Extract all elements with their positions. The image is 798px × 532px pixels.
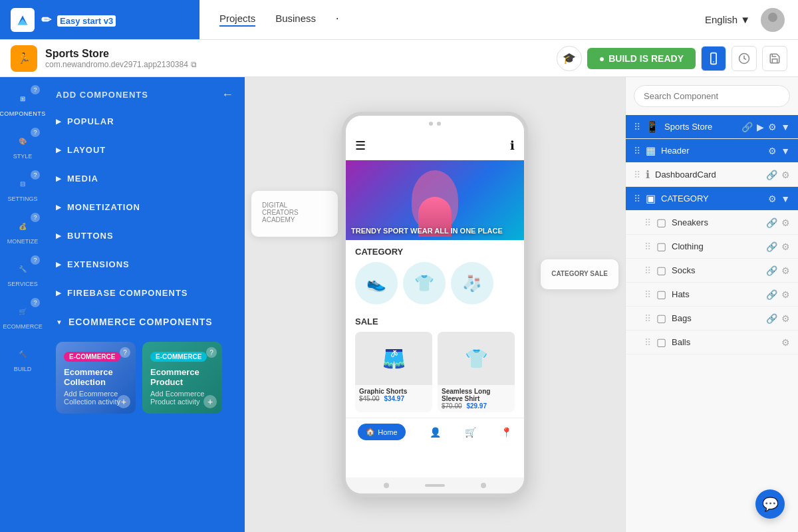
settings-icon[interactable]: ⚙ [781,337,790,348]
link-icon[interactable]: 🔗 [766,217,777,228]
tree-item-hats[interactable]: ⠿ ▢ Hats 🔗 ⚙ [626,283,798,307]
sidebar-item-services[interactable]: ? 🔧 SERVICES [0,253,45,293]
phone-back-dot [384,483,389,488]
tree-item-sneakers[interactable]: ⠿ ▢ Sneakers 🔗 ⚙ [626,211,798,235]
tree-item-category[interactable]: ⠿ ▣ CATEGORY ⚙ ▼ [626,187,798,211]
tree-item-dashboardcard[interactable]: ⠿ ℹ DashboardCard 🔗 ⚙ [626,163,798,187]
sale-item-info-0: Graphic Shorts $45.00 $34.97 [355,385,432,405]
chevron-down-icon[interactable]: ▼ [781,122,790,132]
chevron-down-icon[interactable]: ▼ [781,146,790,156]
tree-item-header[interactable]: ⠿ ▦ Header ⚙ ▼ [626,139,798,163]
settings-icon[interactable]: ⚙ [768,146,777,156]
settings-icon[interactable]: ⚙ [781,217,790,228]
sale-item-0[interactable]: 🩳 Graphic Shorts $45.00 $34.97 [355,332,432,412]
section-ecommerce-header[interactable]: ▼ ECOMMERCE COMPONENTS [45,310,245,334]
settings-icon[interactable]: ⚙ [781,289,790,300]
build-ready-button[interactable]: ● BUILD IS READY [587,48,696,69]
chat-bubble-button[interactable]: 💬 [755,489,785,519]
hamburger-icon[interactable]: ☰ [355,138,366,153]
save-button[interactable] [762,46,787,71]
home-nav-item[interactable]: 🏠 Home [358,424,405,440]
user-avatar[interactable] [761,8,785,32]
settings-icon[interactable]: ⚙ [781,265,790,276]
help-badge-settings[interactable]: ? [31,170,40,180]
arrow-icon: ▶ [56,175,62,182]
sale-item-1[interactable]: 👕 Seamless Long Sleeve Shirt $70.00 $29.… [438,332,515,412]
arrow-down-icon: ▼ [56,319,63,326]
add-icon[interactable]: + [203,395,217,408]
copy-icon[interactable]: ⧉ [191,60,197,69]
tree-item-clothing[interactable]: ⠿ ▢ Clothing 🔗 ⚙ [626,235,798,259]
link-icon[interactable]: 🔗 [766,289,777,300]
style-icon: 🎨 [12,130,33,152]
components-header: ADD COMPONENTS ← [45,77,245,107]
phone-category-section: CATEGORY 👟 👕 🧦 [346,240,524,311]
ecommerce-product-card[interactable]: E-COMMERCE ? Ecommerce Product Add Ecomm… [142,342,222,414]
drag-handle: ⠿ [634,146,640,156]
settings-icon[interactable]: ⚙ [781,170,790,180]
help-badge-ecommerce[interactable]: ? [31,298,40,307]
help-icon[interactable]: ? [206,347,217,358]
link-icon[interactable]: 🔗 [766,170,777,180]
tree-item-socks[interactable]: ⠿ ▢ Socks 🔗 ⚙ [626,259,798,283]
sidebar-item-build[interactable]: 🔨 BUILD [0,338,45,378]
tree-item-balls[interactable]: ⠿ ▢ Balls ⚙ [626,331,798,354]
chevron-down-icon[interactable]: ▼ [781,194,790,204]
info-icon[interactable]: ℹ [510,138,515,153]
tree-item-bags[interactable]: ⠿ ▢ Bags 🔗 ⚙ [626,307,798,331]
location-icon[interactable]: 📍 [501,427,512,438]
history-button[interactable] [732,46,757,71]
help-badge[interactable]: ? [31,85,40,94]
nav-business[interactable]: Business [275,13,316,27]
category-circle-shirt[interactable]: 👕 [403,262,446,305]
profile-icon[interactable]: 👤 [430,427,441,438]
section-popular-header[interactable]: ▶ POPULAR [45,110,245,133]
sidebar-item-style[interactable]: ? 🎨 STYLE [0,125,45,165]
sneakers-icon: ▢ [656,216,666,229]
help-badge-services[interactable]: ? [31,255,40,265]
language-selector[interactable]: English ▼ [705,14,750,25]
nav-projects[interactable]: Projects [219,13,255,27]
tutorial-button[interactable]: 🎓 [557,46,582,71]
settings-icon[interactable]: ⚙ [781,313,790,324]
home-icon: 🏠 [366,428,375,436]
sidebar-item-components[interactable]: ? ⊞ COMPONENTS [0,82,45,122]
sidebar-item-monetize[interactable]: ? 💰 MONETIZE [0,210,45,250]
second-bar: 🏃 Sports Store com.newandromo.dev2971.ap… [0,40,798,77]
ecommerce-collection-card[interactable]: E-COMMERCE ? Ecommerce Collection Add Ec… [56,342,136,414]
add-icon[interactable]: + [117,395,130,408]
link-icon[interactable]: 🔗 [766,265,777,276]
settings-icon[interactable]: ⚙ [768,194,777,204]
help-badge-style[interactable]: ? [31,128,40,137]
section-buttons-header[interactable]: ▶ BUTTONS [45,224,245,247]
sidebar-item-settings[interactable]: ? ⊟ SETTINGS [0,168,45,207]
sidebar-item-ecommerce[interactable]: ? 🛒 ECOMMERCE [0,295,45,335]
sale-item-name-0: Graphic Shorts [359,388,428,395]
section-firebase-header[interactable]: ▶ FIREBASE COMPONENTS [45,281,245,305]
link-icon[interactable]: 🔗 [766,313,777,324]
help-badge-monetize[interactable]: ? [31,213,40,222]
category-circle-socks[interactable]: 🧦 [451,262,493,305]
close-panel-icon[interactable]: ← [221,88,234,102]
section-layout-header[interactable]: ▶ LAYOUT [45,138,245,162]
search-component-input[interactable] [634,85,790,107]
tree-actions: 🔗 ⚙ [766,313,790,324]
section-monetization-header[interactable]: ▶ MONETIZATION [45,196,245,219]
link-icon[interactable]: 🔗 [766,241,777,252]
cart-icon[interactable]: 🛒 [465,427,476,438]
drag-handle: ⠿ [634,170,640,180]
video-icon[interactable]: ▶ [757,122,764,132]
tree-actions: 🔗 ⚙ [766,265,790,276]
phone-home-bar [346,477,524,493]
settings-icon[interactable]: ⚙ [768,122,777,132]
help-icon[interactable]: ? [120,347,130,358]
section-media-header[interactable]: ▶ MEDIA [45,167,245,190]
settings-icon[interactable]: ⚙ [781,241,790,252]
phone-header: ☰ ℹ [346,132,524,160]
link-icon[interactable]: 🔗 [741,122,753,132]
category-circle-shoes[interactable]: 👟 [355,262,398,305]
tree-item-sports-store[interactable]: ⠿ 📱 Sports Store 🔗 ▶ ⚙ ▼ [626,115,798,139]
section-extensions-header[interactable]: ▶ EXTENSIONS [45,253,245,276]
drag-handle: ⠿ [644,337,651,348]
mobile-preview-button[interactable] [701,46,726,71]
